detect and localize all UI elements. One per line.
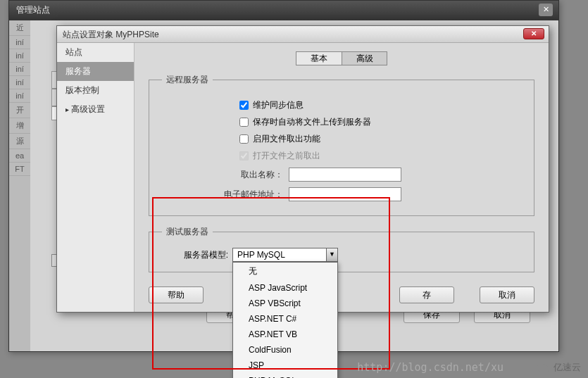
email-input — [289, 187, 401, 201]
opt-jsp[interactable]: JSP — [233, 358, 337, 373]
left-cell: iní — [9, 76, 30, 89]
modal-help-button[interactable]: 帮助 — [149, 286, 204, 303]
left-cell: 开 — [9, 103, 30, 118]
opt-asp-vb[interactable]: ASP VBScript — [233, 296, 337, 311]
left-cell: iní — [9, 89, 30, 103]
cb-open-checkout — [239, 151, 249, 160]
left-cell: 近 — [9, 20, 30, 36]
combo-dropdown-button[interactable]: ▼ — [326, 248, 338, 262]
checkout-name-label: 取出名称： — [162, 169, 289, 181]
modal-close-button[interactable]: ✕ — [523, 28, 544, 39]
opt-none[interactable]: 无 — [233, 263, 337, 280]
opt-aspnet-vb[interactable]: ASP.NET VB — [233, 327, 337, 342]
nav-site[interactable]: 站点 — [57, 43, 134, 62]
left-cell: 源 — [9, 134, 30, 149]
test-legend: 测试服务器 — [162, 226, 213, 238]
cloud-icon — [535, 363, 551, 372]
nav-version[interactable]: 版本控制 — [57, 81, 134, 100]
nav-advanced[interactable]: 高级设置 — [57, 100, 134, 119]
modal-save-button[interactable]: 存 — [399, 286, 454, 303]
modal-buttons: 帮助 存 取消 — [149, 286, 534, 303]
site-setup-dialog: 站点设置对象 MyPHPSite ✕ 站点 服务器 版本控制 高级设置 基本高级… — [56, 25, 549, 313]
email-label: 电子邮件地址： — [162, 189, 289, 201]
cb-upload[interactable] — [239, 118, 249, 127]
left-cell: iní — [9, 36, 30, 49]
tab-basic[interactable]: 基本 — [296, 51, 342, 65]
modal-nav: 站点 服务器 版本控制 高级设置 — [57, 43, 135, 312]
cb-checkout-label: 启用文件取出功能 — [253, 133, 320, 145]
checkout-name-input — [289, 168, 401, 182]
test-server-fieldset: 测试服务器 服务器模型: ▼ 无 ASP JavaScript ASP VBSc… — [149, 226, 534, 272]
logo: 亿速云 — [535, 361, 581, 374]
cb-sync[interactable] — [239, 101, 249, 110]
bg-close-button[interactable]: ✕ — [539, 4, 553, 16]
nav-server[interactable]: 服务器 — [57, 62, 134, 81]
modal-tabs: 基本高级 — [149, 51, 534, 65]
bg-left-strip: 近 iní iní iní iní iní 开 增 源 ea FT — [9, 20, 30, 351]
watermark-text: http://blog.csdn.net/xu — [357, 361, 503, 374]
left-cell: iní — [9, 49, 30, 63]
left-cell: FT — [9, 163, 30, 176]
modal-cancel-button[interactable]: 取消 — [480, 286, 534, 303]
left-cell: 增 — [9, 118, 30, 134]
server-model-combo[interactable]: ▼ 无 ASP JavaScript ASP VBScript ASP.NET … — [232, 248, 338, 262]
cb-upload-label: 保存时自动将文件上传到服务器 — [253, 116, 371, 128]
logo-text: 亿速云 — [553, 361, 581, 374]
modal-body: 站点 服务器 版本控制 高级设置 基本高级 远程服务器 维护同步信息 保存时自动… — [57, 43, 549, 312]
tab-advanced[interactable]: 高级 — [342, 51, 387, 65]
opt-asp-js[interactable]: ASP JavaScript — [233, 280, 337, 296]
modal-titlebar: 站点设置对象 MyPHPSite ✕ — [57, 26, 549, 43]
cb-checkout[interactable] — [239, 134, 249, 144]
bg-titlebar: 管理站点 ✕ — [9, 1, 558, 20]
opt-php-mysql[interactable]: PHP MySQL — [233, 373, 337, 378]
cb-sync-label: 维护同步信息 — [253, 99, 304, 111]
left-cell: iní — [9, 63, 30, 76]
left-cell: ea — [9, 149, 30, 163]
remote-legend: 远程服务器 — [162, 74, 213, 86]
model-label: 服务器模型: — [162, 249, 232, 261]
opt-coldfusion[interactable]: ColdFusion — [233, 342, 337, 358]
modal-title: 站点设置对象 MyPHPSite — [63, 30, 159, 39]
cb-open-checkout-label: 打开文件之前取出 — [253, 150, 320, 162]
bg-title: 管理站点 — [16, 5, 50, 15]
server-model-dropdown: 无 ASP JavaScript ASP VBScript ASP.NET C#… — [232, 262, 338, 378]
server-model-input[interactable] — [232, 248, 338, 262]
modal-main: 基本高级 远程服务器 维护同步信息 保存时自动将文件上传到服务器 启用文件取出功… — [135, 43, 549, 312]
opt-aspnet-cs[interactable]: ASP.NET C# — [233, 311, 337, 327]
remote-server-fieldset: 远程服务器 维护同步信息 保存时自动将文件上传到服务器 启用文件取出功能 打开文… — [149, 74, 534, 216]
